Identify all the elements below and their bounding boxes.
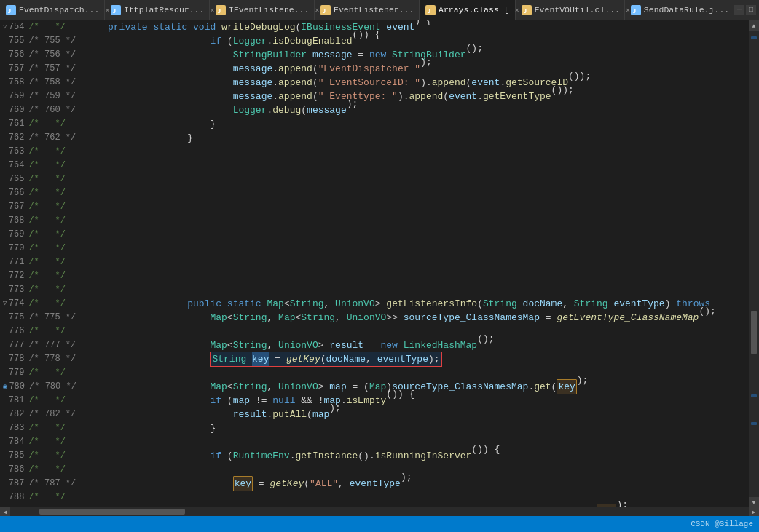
tab-eventdispatch[interactable]: J EventDispatch... ✕ [0, 0, 105, 20]
code-line-778: String key = getKey(docName, eventType); [108, 352, 744, 366]
gutter-line-771: ▽ 771 /* */ [3, 255, 102, 269]
code-line-787: key = getKey("ALL", eventType); [108, 477, 744, 491]
code-column: private static void writeDebugLog(IBusin… [102, 20, 744, 507]
gutter: ▽ 754 /* */ ▽ 755 /* 755 */ ▽ 756 /* 756… [0, 20, 102, 507]
scroll-up-btn[interactable]: ▲ [749, 20, 759, 31]
svg-text:J: J [427, 8, 430, 15]
gutter-line-759: ▽ 759 /* 759 */ [3, 90, 102, 103]
lines-container: ▽ 754 /* */ ▽ 755 /* 755 */ ▽ 756 /* 756… [0, 20, 749, 507]
code-line-771 [108, 255, 744, 269]
gutter-line-781: ▽ 781 /* */ [3, 394, 102, 408]
gutter-line-764: ▽ 764 /* */ [3, 159, 102, 172]
gutter-line-760: ▽ 760 /* 760 */ [3, 103, 102, 117]
hscroll-right-btn[interactable]: ▶ [749, 507, 759, 516]
gutter-line-779: ▽ 779 /* */ [3, 366, 102, 380]
java-icon3: J [216, 5, 226, 15]
scroll-indicator-2 [751, 394, 757, 397]
code-line-761: } [108, 117, 744, 131]
scroll-indicator-3 [751, 422, 757, 425]
svg-text:J: J [7, 8, 11, 15]
right-scrollbar[interactable]: ▲ ▼ [749, 20, 759, 507]
hscroll-track[interactable] [10, 507, 749, 516]
gutter-line-756: ▽ 756 /* 756 */ [3, 48, 102, 62]
gutter-line-775: ▽ 775 /* 775 */ [3, 311, 102, 325]
code-view[interactable]: ▽ 754 /* */ ▽ 755 /* 755 */ ▽ 756 /* 756… [0, 20, 749, 507]
gutter-line-770: ▽ 770 /* */ [3, 242, 102, 255]
scroll-down-btn[interactable]: ▼ [749, 497, 759, 507]
scroll-thumb[interactable] [751, 311, 757, 354]
gutter-line-776: ▽ 776 /* */ [3, 325, 102, 338]
scroll-indicator-1 [751, 36, 757, 39]
gutter-line-774: ▽ 774 /* */ [3, 297, 102, 311]
code-line-772 [108, 269, 744, 283]
code-line-773 [108, 283, 744, 297]
gutter-line-767: ▽ 767 /* */ [3, 200, 102, 214]
gutter-line-769: ▽ 769 /* */ [3, 228, 102, 242]
gutter-line-788: ▽ 788 /* */ [3, 491, 102, 504]
code-line-765 [108, 172, 744, 186]
gutter-line-780: ◉ 780 /* 780 */ [3, 380, 102, 394]
gutter-line-765: ▽ 765 /* */ [3, 172, 102, 186]
java-icon4: J [320, 5, 331, 15]
gutter-line-784: ▽ 784 /* */ [3, 435, 102, 449]
code-line-763 [108, 145, 744, 159]
tab-senddatarule[interactable]: J SendDataRule.j... ✕ [625, 0, 734, 20]
code-line-768 [108, 214, 744, 228]
java-icon6: J [522, 5, 532, 15]
gutter-line-789: ▽ 789 /* 789 */ [3, 504, 102, 507]
gutter-line-766: ▽ 766 /* */ [3, 186, 102, 200]
tab-bar: J EventDispatch... ✕ J ItfplatResour... … [0, 0, 759, 20]
watermark: CSDN @Sillage [691, 520, 753, 528]
java-icon: J [6, 5, 16, 15]
svg-text:J: J [523, 8, 527, 15]
code-line-762: } [108, 131, 744, 145]
svg-text:J: J [217, 8, 221, 15]
code-line-766 [108, 186, 744, 200]
code-line-775: Map<String, Map<String, UnionVO>> source… [108, 311, 744, 325]
gutter-line-755: ▽ 755 /* 755 */ [3, 34, 102, 48]
code-line-785: if (RuntimeEnv.getInstance().isRunningIn… [108, 449, 744, 463]
svg-text:J: J [632, 8, 636, 15]
hscroll-thumb[interactable] [39, 509, 185, 515]
gutter-line-787: ▽ 787 /* 787 */ [3, 477, 102, 491]
java-icon2: J [111, 5, 121, 15]
java-icon5: J [425, 5, 436, 15]
gutter-line-758: ▽ 758 /* 758 */ [3, 76, 102, 90]
code-line-769 [108, 228, 744, 242]
tab-ieventlistene[interactable]: J IEventListene... ✕ [210, 0, 315, 20]
gutter-line-773: ▽ 773 /* */ [3, 283, 102, 297]
gutter-line-757: ▽ 757 /* 757 */ [3, 62, 102, 76]
java-icon7: J [631, 5, 641, 15]
gutter-line-783: ▽ 783 /* */ [3, 421, 102, 435]
svg-text:J: J [322, 8, 326, 15]
status-bar: CSDN @Sillage [0, 516, 759, 532]
code-line-764 [108, 159, 744, 172]
code-line-783: } [108, 421, 744, 435]
gutter-line-778: ▽ 778 /* 778 */ [3, 352, 102, 366]
tab-eventvoutil[interactable]: J EventVOUtil.cl... ✕ [516, 0, 625, 20]
tab-arraysclass[interactable]: J Arrays.class [ ✕ [420, 0, 516, 20]
editor-area: ▽ 754 /* */ ▽ 755 /* 755 */ ▽ 756 /* 756… [0, 20, 759, 507]
hscroll-bar[interactable]: ◀ ▶ [0, 507, 759, 516]
maximize-btn[interactable]: □ [746, 5, 756, 15]
gutter-line-772: ▽ 772 /* */ [3, 269, 102, 283]
minimize-btn[interactable]: ─ [734, 5, 744, 15]
gutter-line-768: ▽ 768 /* */ [3, 214, 102, 228]
gutter-line-761: ▽ 761 /* */ [3, 117, 102, 131]
gutter-line-754: ▽ 754 /* */ [3, 20, 102, 34]
code-line-789: Map<String, UnionVO> allTypeMap = (Map)s… [108, 504, 744, 507]
gutter-line-785: ▽ 785 /* */ [3, 449, 102, 463]
gutter-line-786: ▽ 786 /* */ [3, 463, 102, 477]
gutter-line-762: ▽ 762 /* 762 */ [3, 131, 102, 145]
code-line-770 [108, 242, 744, 255]
hscroll-left-btn[interactable]: ◀ [0, 507, 10, 516]
svg-text:J: J [112, 8, 116, 15]
code-line-767 [108, 200, 744, 214]
gutter-line-782: ▽ 782 /* 782 */ [3, 408, 102, 421]
gutter-line-763: ▽ 763 /* */ [3, 145, 102, 159]
gutter-line-777: ▽ 777 /* 777 */ [3, 338, 102, 352]
tab-eventlistener[interactable]: J EventListener... ✕ [315, 0, 420, 20]
tab-itfplatresour[interactable]: J ItfplatResour... ✕ [105, 0, 210, 20]
